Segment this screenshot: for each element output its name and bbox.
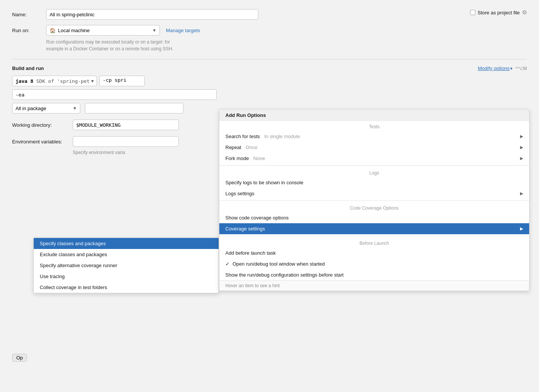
left-dropdown-item-specify-classes[interactable]: Specify classes and packages	[34, 238, 219, 249]
bottom-buttons: Op	[12, 349, 27, 362]
divider-2	[219, 201, 529, 201]
ea-row	[12, 89, 527, 100]
working-dir-input[interactable]	[73, 120, 179, 130]
chevron-down-icon: ▾	[510, 66, 512, 71]
working-dir-label: Working directory:	[12, 122, 73, 128]
keyboard-shortcut: ^⌥M	[516, 66, 527, 71]
coverage-settings-item[interactable]: Coverage settings ▶	[219, 223, 529, 234]
env-vars-label: Environment variables:	[12, 139, 73, 145]
logs-settings-item[interactable]: Logs settings ▶	[219, 188, 529, 199]
local-machine-text: Local machine	[58, 28, 152, 33]
show-settings-label: Show the run/debug configuration setting…	[225, 272, 344, 278]
repeat-label: Repeat Once	[225, 145, 258, 150]
left-dropdown-menu: Specify classes and packages Exclude cla…	[33, 238, 219, 293]
manage-targets-link[interactable]: Manage targets	[166, 28, 200, 33]
dropdown-arrow-icon: ▼	[152, 28, 156, 33]
left-dropdown-item-use-tracing[interactable]: Use tracing	[34, 271, 219, 282]
checkmark-icon: ✓	[225, 261, 230, 267]
package-input[interactable]	[85, 103, 183, 114]
coverage-settings-label: Coverage settings	[225, 226, 265, 232]
ok-button[interactable]: Op	[12, 354, 27, 362]
home-icon: 🏠	[50, 28, 56, 33]
divider-3	[219, 236, 529, 236]
env-vars-input[interactable]	[73, 136, 179, 147]
build-run-section-header: Build and run Modify options ▾ ^⌥M	[12, 65, 527, 71]
logs-settings-label: Logs settings	[225, 191, 255, 196]
section-title: Build and run	[12, 65, 44, 71]
use-tracing-label: Use tracing	[40, 274, 65, 279]
name-label: Name:	[12, 12, 46, 17]
add-before-launch-item[interactable]: Add before launch task	[219, 247, 529, 258]
run-on-label: Run on:	[12, 28, 46, 33]
search-for-tests-label: Search for tests In single module	[225, 134, 300, 139]
coverage-settings-arrow-icon: ▶	[520, 226, 523, 231]
footer-hint-text: Hover an item to see a hint	[225, 283, 280, 288]
fork-mode-hint: None	[253, 156, 265, 161]
alternative-runner-label: Specify alternative coverage runner	[40, 263, 117, 268]
show-code-coverage-item[interactable]: Show code coverage options	[219, 212, 529, 223]
sdk-dropdown-arrow-icon: ▼	[91, 79, 94, 84]
search-for-tests-arrow-icon: ▶	[520, 134, 523, 139]
repeat-item[interactable]: Repeat Once ▶	[219, 142, 529, 153]
tests-section-label: Tests	[219, 121, 529, 131]
run-hint-line1: Run configurations may be executed local…	[46, 39, 527, 45]
fork-mode-arrow-icon: ▶	[520, 156, 523, 161]
specify-logs-item[interactable]: Specify logs to be shown in console	[219, 177, 529, 188]
open-run-debug-item[interactable]: ✓Open run/debug tool window when started	[219, 258, 529, 269]
add-before-launch-label: Add before launch task	[225, 250, 276, 256]
exclude-classes-label: Exclude classes and packages	[40, 252, 107, 257]
fork-mode-label: Fork mode None	[225, 156, 265, 161]
run-hint-line2: example in a Docker Container or on a re…	[46, 45, 527, 52]
logs-section-label: Logs	[219, 167, 529, 177]
left-dropdown-item-exclude-classes[interactable]: Exclude classes and packages	[34, 249, 219, 260]
search-for-tests-item[interactable]: Search for tests In single module ▶	[219, 131, 529, 142]
name-input[interactable]	[46, 9, 258, 20]
fork-mode-item[interactable]: Fork mode None ▶	[219, 153, 529, 164]
separator	[12, 59, 527, 59]
left-dropdown-item-collect-coverage[interactable]: Collect coverage in test folders	[34, 282, 219, 293]
package-arrow-icon: ▼	[73, 106, 77, 110]
gear-icon[interactable]: ⚙	[522, 9, 527, 16]
divider-1	[219, 165, 529, 166]
logs-settings-arrow-icon: ▶	[520, 191, 523, 196]
local-machine-dropdown[interactable]: 🏠 Local machine ▼	[46, 25, 160, 36]
open-run-debug-label: ✓Open run/debug tool window when started	[225, 261, 325, 267]
repeat-arrow-icon: ▶	[520, 145, 523, 150]
modify-options-link[interactable]: Modify options	[478, 65, 510, 71]
specify-logs-label: Specify logs to be shown in console	[225, 180, 303, 185]
left-dropdown-item-alternative-runner[interactable]: Specify alternative coverage runner	[34, 260, 219, 271]
run-configuration-dialog: Name: Store as project file ⚙ Run on: 🏠 …	[0, 0, 539, 392]
env-hint-text: Specify environment varia	[73, 150, 125, 155]
collect-coverage-label: Collect coverage in test folders	[40, 285, 107, 290]
show-code-coverage-label: Show code coverage options	[225, 215, 289, 221]
add-run-options-label: Add Run Options	[225, 112, 266, 118]
code-coverage-section-label: Code Coverage Options	[219, 202, 529, 212]
java-sdk-row: java 8 SDK of 'spring-pet ▼ -cp spri	[12, 76, 527, 86]
right-dropdown-menu: Add Run Options Tests Search for tests I…	[219, 109, 530, 291]
package-dropdown[interactable]: All in package ▼	[12, 103, 80, 114]
cp-field[interactable]: -cp spri	[99, 76, 145, 86]
store-project-label: Store as project file	[478, 10, 520, 16]
name-row: Name:	[12, 9, 527, 20]
ea-input[interactable]	[12, 89, 217, 100]
package-label: All in package	[16, 106, 46, 111]
store-project-row: Store as project file ⚙	[470, 9, 527, 16]
store-project-checkbox[interactable]	[470, 10, 475, 15]
run-hint: Run configurations may be executed local…	[46, 39, 527, 52]
java-sdk-rest: SDK of 'spring-pet	[33, 78, 90, 84]
java-sdk-dropdown[interactable]: java 8 SDK of 'spring-pet ▼	[12, 76, 97, 86]
add-run-options-header: Add Run Options	[219, 109, 529, 121]
show-settings-item[interactable]: Show the run/debug configuration setting…	[219, 269, 529, 280]
dropdown-footer: Hover an item to see a hint	[219, 280, 529, 291]
search-for-tests-hint: In single module	[264, 134, 300, 139]
java-sdk-label: java 8	[16, 78, 33, 84]
repeat-hint: Once	[246, 145, 258, 150]
specify-classes-label: Specify classes and packages	[40, 241, 106, 246]
run-on-row: Run on: 🏠 Local machine ▼ Manage targets	[12, 25, 527, 36]
before-launch-section-label: Before Launch	[219, 238, 529, 247]
